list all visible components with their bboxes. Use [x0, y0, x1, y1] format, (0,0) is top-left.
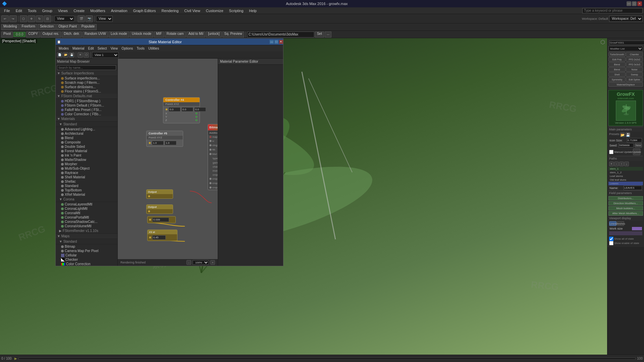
node-controller5[interactable]: Controller #5 Point3 XYZ [146, 131, 183, 147]
item-xref-material[interactable]: XRef Material [56, 192, 117, 197]
item-corona-layered[interactable]: CoronaLayeredMtl [56, 202, 117, 206]
section-fstorm-defaults[interactable]: ▼ FStorm Defaults.mat [56, 94, 117, 99]
node-val-0039[interactable] [147, 216, 176, 223]
menu-rendering[interactable]: Rendering [159, 8, 181, 13]
manual-update-label[interactable]: Manual Update [609, 148, 632, 155]
item-scratch-map[interactable]: Scratch map ( Filterm... [56, 80, 117, 85]
slate-minimize-btn[interactable]: — [270, 40, 274, 44]
item-floor-stains[interactable]: Floor stains ( FStormS... [56, 89, 117, 94]
tb-redo[interactable]: ↪ [9, 15, 17, 22]
item-bitmap[interactable]: Bitmap [56, 244, 117, 249]
item-standard[interactable]: Standard [56, 184, 117, 188]
item-forest-material[interactable]: Forest Material [56, 149, 117, 153]
section-fstormrender[interactable]: ▶ FStormRender v1.1.10s [56, 228, 117, 234]
node-yellow2[interactable]: Output [146, 204, 173, 214]
path-item-stem1[interactable]: stem_1 [608, 167, 643, 171]
item-cellular[interactable]: Cellular [56, 253, 117, 257]
main-viewport[interactable]: RRCG 素材 RRCG 素材 RRCG RRCG [Perspective] … [0, 38, 607, 355]
item-architectural[interactable]: Architectural [56, 131, 117, 136]
node-bitmap-main[interactable]: Bitmap Additional Params mapping u: [208, 124, 218, 190]
menu-tools[interactable]: Tools [25, 8, 39, 13]
slate-menu-select[interactable]: Select [96, 46, 109, 51]
tb-rotate[interactable]: ↻ [36, 15, 43, 22]
slate-node-viewport[interactable]: Controller #4 Point3 XYZ X [118, 59, 218, 266]
input-x3[interactable] [194, 107, 206, 112]
viewport-select[interactable]: View [96, 16, 113, 22]
btn-sweep[interactable]: Sweep [626, 72, 643, 77]
item-matte-shadow[interactable]: Matte/Shadow [56, 158, 117, 162]
modifier-list[interactable]: Modifier List [608, 46, 643, 51]
seed-new-btn[interactable]: New [635, 143, 642, 147]
path-browse-btn[interactable]: ... [325, 32, 331, 38]
path-item-stem12[interactable]: stem_1_2 [608, 171, 643, 174]
slate-menu-tools[interactable]: Tools [135, 46, 146, 51]
item-color-correction2[interactable]: Color Correction [56, 262, 117, 266]
name-input[interactable] [624, 186, 642, 190]
item-corona-volume[interactable]: CoronaVolumeMtl [56, 224, 117, 228]
item-falloff-mix[interactable]: Falloff Mix Preset ( FSt... [56, 108, 117, 112]
item-advanced-lighting[interactable]: Advanced Lighting... [56, 127, 117, 131]
menu-group[interactable]: Group [39, 8, 55, 13]
menu-scripting[interactable]: Scripting [226, 8, 246, 13]
tb-undo[interactable]: ↩ [1, 15, 9, 22]
close-button[interactable]: ✕ [637, 1, 642, 6]
item-color-correction[interactable]: Color Correction ( FBb... [56, 112, 117, 116]
input-c5-1[interactable] [152, 141, 164, 145]
menu-graph-editors[interactable]: Graph Editors [130, 8, 159, 13]
populate-btn[interactable]: Populate [79, 24, 97, 30]
item-corona-shadow[interactable]: CoronaShadowCatc... [56, 220, 117, 224]
menu-animation[interactable]: Animation [108, 8, 130, 13]
item-corona-light[interactable]: CoronaLightMtl [56, 206, 117, 211]
show-all-check-label[interactable]: Show all of state [609, 237, 642, 241]
menu-views[interactable]: Views [55, 8, 70, 13]
item-corona-mtl[interactable]: CoronaMtl [56, 211, 117, 215]
item-fstorm-default[interactable]: FStorm Default ( FStorm... [56, 103, 117, 108]
maximize-button[interactable]: □ [632, 1, 637, 6]
search-input[interactable] [582, 8, 643, 13]
section-standard[interactable]: ▼ Standard [56, 122, 117, 127]
section-corona[interactable]: ▼ Corona [56, 197, 117, 202]
item-double-sided[interactable]: Double Sided [56, 144, 117, 149]
btn-blend2[interactable]: Blend [608, 67, 626, 72]
item-multi-sub[interactable]: Multi/Sub-Object [56, 166, 117, 171]
meshes-btn[interactable]: Meshes [617, 221, 624, 226]
input-x1[interactable] [169, 107, 180, 112]
item-corona-portal[interactable]: CoronaPortalMtl [56, 215, 117, 220]
btn-shell[interactable]: Shell [608, 72, 626, 77]
slate-menu-view[interactable]: View [109, 46, 120, 51]
section-maps-standard[interactable]: ▼ Standard [56, 239, 117, 244]
modeling-btn[interactable]: Modeling [1, 24, 19, 30]
btn-material-displace[interactable]: Material/Displace [608, 82, 643, 87]
path-item-leaf-stems[interactable]: Leaf stems [608, 174, 643, 178]
distributors-btn[interactable]: Distributors... [608, 196, 643, 200]
object-paint-btn[interactable]: Object Paint [56, 24, 78, 30]
show-all-check[interactable] [609, 237, 613, 241]
lock-mode-btn[interactable]: Lock mode [109, 32, 129, 38]
node-yellow1[interactable]: Output [146, 189, 173, 199]
menu-file[interactable]: File [1, 8, 13, 13]
menu-civil-view[interactable]: Civil View [181, 8, 203, 13]
menu-modifiers[interactable]: Modifiers [88, 8, 108, 13]
window-controls[interactable]: — □ ✕ [627, 1, 642, 6]
slate-zoom-select[interactable]: 100% [193, 260, 209, 265]
path-up-btn[interactable]: ↑ [619, 162, 624, 166]
menu-edit[interactable]: Edit [13, 8, 25, 13]
node-p3[interactable]: #3 st [147, 230, 177, 241]
input-x2[interactable] [181, 107, 193, 112]
item-shell-material[interactable]: Shell Material [56, 175, 117, 179]
sq-preview-btn[interactable]: Sq. Preview [222, 32, 244, 38]
preset-save-btn[interactable]: 💾 [626, 132, 630, 137]
mesh-btn[interactable]: Mesh builders... [608, 206, 643, 210]
btn-edit-poly[interactable]: Edit Poly [608, 57, 626, 62]
browser-search-input[interactable] [57, 65, 116, 70]
slate-view-select[interactable]: View 1 [92, 52, 119, 58]
section-materials[interactable]: ▼ Materials [56, 116, 117, 122]
0-0-0-btn[interactable]: 0.0.0 [13, 32, 25, 37]
rotate-cam-btn[interactable]: Rotate cam [165, 32, 186, 38]
copy-btn[interactable]: COPY [26, 32, 40, 38]
item-surface-imp1[interactable]: Surface imperfections... [56, 76, 117, 80]
tb-render[interactable]: 🎬 [77, 15, 85, 22]
unlock-btn2[interactable]: [unlock] [206, 32, 221, 38]
slate-menu-options[interactable]: Options [120, 46, 135, 51]
item-checker[interactable]: Checker [56, 257, 117, 262]
